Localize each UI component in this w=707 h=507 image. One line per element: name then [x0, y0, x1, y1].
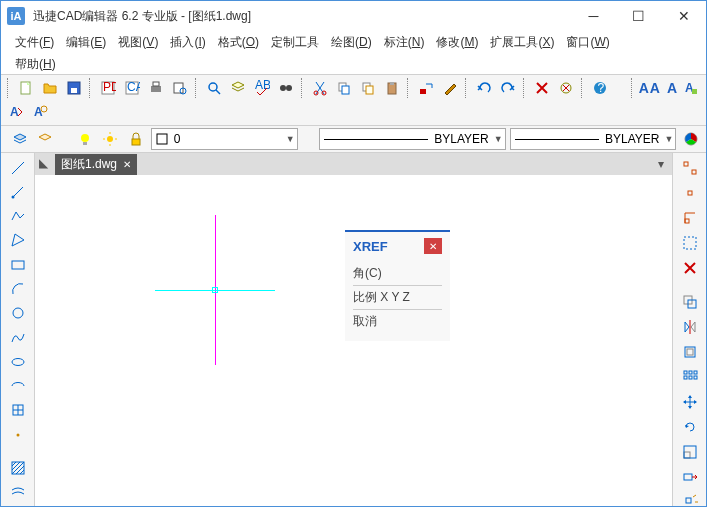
spellcheck-button[interactable]: ABC — [251, 77, 273, 99]
rotate-tool[interactable] — [678, 416, 702, 438]
linetype-combo[interactable]: BYLAYER ▼ — [319, 128, 505, 150]
print-button[interactable] — [145, 77, 167, 99]
snap-select[interactable] — [678, 232, 702, 254]
maximize-button[interactable]: ☐ — [616, 1, 661, 31]
menu-view[interactable]: 视图(V) — [112, 31, 164, 54]
svg-rect-24 — [420, 89, 426, 94]
layer-state-button[interactable] — [35, 128, 57, 150]
color-picker-button[interactable] — [680, 128, 702, 150]
menu-format[interactable]: 格式(O) — [212, 31, 265, 54]
hatch-tool[interactable] — [6, 457, 30, 478]
menu-insert[interactable]: 插入(I) — [164, 31, 211, 54]
app-logo: iA — [7, 7, 25, 25]
menu-modify[interactable]: 修改(M) — [430, 31, 484, 54]
lineweight-combo[interactable]: BYLAYER ▼ — [510, 128, 677, 150]
scale-tool[interactable] — [678, 441, 702, 463]
popup-option-cancel[interactable]: 取消 — [353, 310, 442, 333]
ray-tool[interactable] — [6, 181, 30, 202]
undo-button[interactable] — [473, 77, 495, 99]
snap-perpendicular[interactable] — [678, 207, 702, 229]
text-style-a1[interactable]: AA — [639, 80, 661, 96]
copy-button[interactable] — [333, 77, 355, 99]
menu-help[interactable]: 帮助(H) — [9, 53, 62, 76]
svg-point-52 — [16, 433, 19, 436]
binoculars-button[interactable] — [275, 77, 297, 99]
print-preview-button[interactable] — [169, 77, 191, 99]
new-button[interactable] — [15, 77, 37, 99]
sun-icon[interactable] — [100, 128, 122, 150]
popup-option-scale[interactable]: 比例 X Y Z — [353, 286, 442, 310]
help-button[interactable]: ? — [589, 77, 611, 99]
popup-option-angle[interactable]: 角(C) — [353, 262, 442, 286]
array-tool[interactable] — [678, 366, 702, 388]
delete-button[interactable] — [531, 77, 553, 99]
svg-rect-60 — [692, 170, 696, 174]
draw-toolbar — [1, 153, 35, 507]
svg-rect-29 — [692, 89, 697, 94]
polyline-tool[interactable] — [6, 206, 30, 227]
layer-combo[interactable]: 0 ▼ — [151, 128, 298, 150]
ellipse-tool[interactable] — [6, 351, 30, 372]
mirror-tool[interactable] — [678, 316, 702, 338]
textstyle-button-2[interactable]: A — [5, 101, 27, 123]
svg-rect-41 — [157, 134, 167, 144]
svg-rect-59 — [684, 162, 688, 166]
svg-point-35 — [107, 136, 113, 142]
line-tool[interactable] — [6, 157, 30, 178]
audit-button[interactable] — [555, 77, 577, 99]
textstyle-button-1[interactable]: A — [680, 77, 702, 99]
cut-button[interactable] — [309, 77, 331, 99]
save-button[interactable] — [63, 77, 85, 99]
find-button[interactable] — [203, 77, 225, 99]
close-button[interactable]: ✕ — [661, 1, 706, 31]
rectangle-tool[interactable] — [6, 254, 30, 275]
pin-icon[interactable]: ◣ — [39, 156, 48, 170]
pdf-button[interactable]: PDF — [97, 77, 119, 99]
svg-line-81 — [693, 495, 696, 497]
copy-ref-button[interactable] — [357, 77, 379, 99]
arc-tool[interactable] — [6, 278, 30, 299]
drawing-canvas[interactable]: XREF ✕ 角(C) 比例 X Y Z 取消 — [35, 175, 672, 507]
block-tool[interactable] — [6, 400, 30, 421]
text-style-a2[interactable]: A — [667, 80, 678, 96]
textstyle-button-3[interactable]: A — [29, 101, 51, 123]
menu-dimension[interactable]: 标注(N) — [378, 31, 431, 54]
brush-button[interactable] — [439, 77, 461, 99]
point-tool[interactable] — [6, 424, 30, 445]
layer-manager-button[interactable] — [9, 128, 31, 150]
svg-line-57 — [16, 466, 24, 474]
popup-close-button[interactable]: ✕ — [424, 238, 442, 254]
mline-tool[interactable] — [6, 481, 30, 502]
minimize-button[interactable]: ─ — [571, 1, 616, 31]
erase-tool[interactable] — [678, 257, 702, 279]
menu-custom-tools[interactable]: 定制工具 — [265, 31, 325, 54]
document-tab[interactable]: 图纸1.dwg ✕ — [55, 154, 137, 175]
tab-close-icon[interactable]: ✕ — [123, 159, 131, 170]
copy-tool[interactable] — [678, 291, 702, 313]
lock-icon[interactable] — [125, 128, 147, 150]
snap-midpoint[interactable] — [678, 182, 702, 204]
paste-button[interactable] — [381, 77, 403, 99]
offset-tool[interactable] — [678, 341, 702, 363]
bulb-on-icon[interactable] — [74, 128, 96, 150]
tab-dropdown-icon[interactable]: ▾ — [650, 157, 672, 171]
stretch-tool[interactable] — [678, 466, 702, 488]
polygon-tool[interactable] — [6, 230, 30, 251]
move-tool[interactable] — [678, 391, 702, 413]
menu-window[interactable]: 窗口(W) — [560, 31, 615, 54]
open-button[interactable] — [39, 77, 61, 99]
cad-button[interactable]: CAD — [121, 77, 143, 99]
snap-endpoint[interactable] — [678, 157, 702, 179]
ellipse-arc-tool[interactable] — [6, 376, 30, 397]
redo-button[interactable] — [497, 77, 519, 99]
menu-file[interactable]: 文件(F) — [9, 31, 60, 54]
match-props-button[interactable] — [415, 77, 437, 99]
spline-tool[interactable] — [6, 327, 30, 348]
menu-draw[interactable]: 绘图(D) — [325, 31, 378, 54]
svg-line-12 — [216, 90, 220, 94]
menu-edit[interactable]: 编辑(E) — [60, 31, 112, 54]
menu-express[interactable]: 扩展工具(X) — [484, 31, 560, 54]
explode-tool[interactable] — [678, 491, 702, 507]
layers-button[interactable] — [227, 77, 249, 99]
circle-tool[interactable] — [6, 303, 30, 324]
